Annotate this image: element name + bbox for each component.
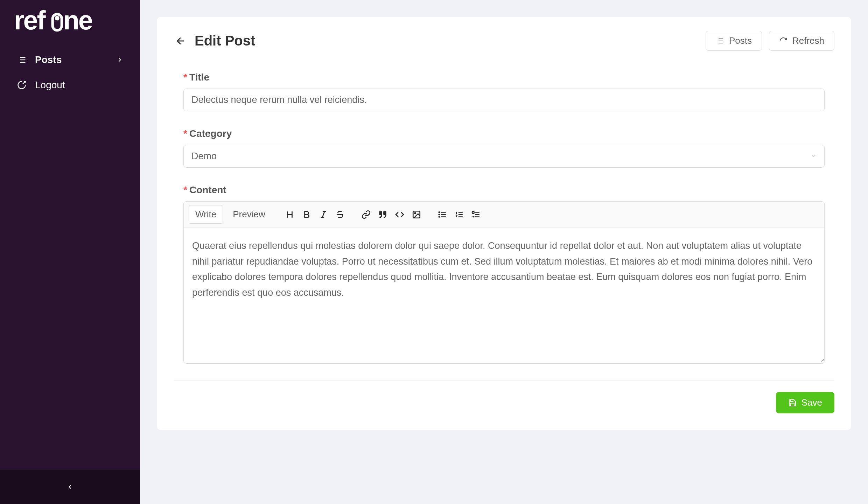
unordered-list-button[interactable] <box>435 207 450 222</box>
refresh-icon <box>779 37 788 45</box>
app-root: ref ne Posts Logout <box>0 0 868 504</box>
code-button[interactable] <box>392 207 407 222</box>
sidebar-item-label: Posts <box>35 54 108 65</box>
divider <box>174 380 834 381</box>
quote-button[interactable] <box>375 207 391 222</box>
strikethrough-button[interactable] <box>332 207 348 222</box>
unordered-list-icon <box>438 210 447 219</box>
sidebar-collapse-button[interactable] <box>0 470 140 504</box>
list-icon <box>716 37 724 45</box>
required-marker: * <box>183 184 187 195</box>
toolbar-group-text <box>282 207 348 222</box>
sidebar-item-posts[interactable]: Posts <box>0 47 140 72</box>
category-select[interactable]: Demo <box>183 145 825 168</box>
edit-card: Edit Post Posts Refresh *Title <box>157 17 851 430</box>
content-label: *Content <box>183 184 825 196</box>
content-textarea[interactable] <box>184 227 824 362</box>
arrow-left-icon <box>175 35 186 47</box>
category-select-wrap: Demo <box>183 145 825 168</box>
checklist-icon <box>471 210 481 219</box>
quote-icon <box>378 210 387 219</box>
svg-text:ne: ne <box>63 7 92 35</box>
sidebar-item-label: Logout <box>35 79 123 91</box>
chevron-right-icon <box>116 56 123 63</box>
refresh-button[interactable]: Refresh <box>769 31 834 51</box>
link-icon <box>362 210 371 219</box>
heading-button[interactable] <box>282 207 298 222</box>
markdown-editor: Write Preview <box>183 201 825 364</box>
svg-point-27 <box>439 212 439 212</box>
main-content: Edit Post Posts Refresh *Title <box>140 0 868 504</box>
toolbar-group-list <box>435 207 484 222</box>
save-icon <box>788 399 797 407</box>
image-icon <box>412 210 421 219</box>
title-input[interactable] <box>183 89 825 111</box>
italic-icon <box>319 210 328 219</box>
category-label: *Category <box>183 128 825 139</box>
preview-tab[interactable]: Preview <box>226 205 271 223</box>
ordered-list-button[interactable] <box>451 207 467 222</box>
write-tab[interactable]: Write <box>189 205 223 224</box>
svg-point-2 <box>55 16 59 20</box>
back-button[interactable] <box>174 34 188 48</box>
brand-logo: ref ne <box>0 0 140 47</box>
bold-button[interactable] <box>299 207 314 222</box>
logout-icon <box>17 80 27 90</box>
svg-point-28 <box>439 214 439 215</box>
form-item-category: *Category Demo <box>183 128 825 168</box>
ordered-list-icon <box>455 210 464 219</box>
required-marker: * <box>183 72 187 83</box>
svg-rect-36 <box>472 211 474 213</box>
posts-button-label: Posts <box>729 35 752 46</box>
form-item-content: *Content Write Preview <box>183 184 825 364</box>
header-actions: Posts Refresh <box>706 31 834 51</box>
card-header: Edit Post Posts Refresh <box>174 31 834 51</box>
posts-button[interactable]: Posts <box>706 31 762 51</box>
save-button[interactable]: Save <box>776 392 834 413</box>
sidebar-item-logout[interactable]: Logout <box>0 72 140 98</box>
checklist-button[interactable] <box>468 207 484 222</box>
title-label: *Title <box>183 72 825 83</box>
bold-icon <box>302 210 311 219</box>
svg-point-23 <box>414 212 415 214</box>
svg-point-29 <box>439 216 439 217</box>
refresh-button-label: Refresh <box>792 35 824 46</box>
svg-text:ref: ref <box>14 7 46 35</box>
card-footer: Save <box>174 392 834 413</box>
save-button-label: Save <box>802 397 822 408</box>
required-marker: * <box>183 128 187 139</box>
editor-toolbar: Write Preview <box>184 202 824 227</box>
heading-icon <box>285 210 294 219</box>
strikethrough-icon <box>336 210 345 219</box>
form-item-title: *Title <box>183 72 825 111</box>
edit-form: *Title *Category Demo *Content <box>174 72 834 364</box>
svg-line-10 <box>22 82 25 84</box>
toolbar-group-insert <box>358 207 424 222</box>
italic-button[interactable] <box>316 207 331 222</box>
svg-line-20 <box>322 211 324 217</box>
image-button[interactable] <box>409 207 424 222</box>
chevron-left-icon <box>67 484 73 490</box>
refine-logo-icon: ref ne <box>14 7 115 35</box>
list-icon <box>17 55 27 65</box>
code-icon <box>395 210 404 219</box>
page-title: Edit Post <box>195 33 706 49</box>
sidebar: ref ne Posts Logout <box>0 0 140 504</box>
link-button[interactable] <box>358 207 374 222</box>
